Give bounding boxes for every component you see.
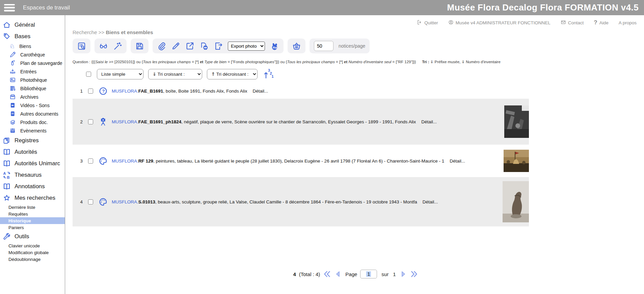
image-icon (9, 77, 16, 83)
svg-text:1: 1 (272, 74, 274, 78)
sidebar-item-carotheque[interactable]: Carothèque (0, 50, 65, 59)
magic-wand-button[interactable] (113, 42, 122, 51)
sidebar-item-thesaurus[interactable]: ABThesaurus (0, 169, 65, 181)
export-photo-select[interactable]: Export photo (228, 42, 265, 51)
sidebar-item-outils[interactable]: Outils (0, 231, 65, 242)
result-thumbnail[interactable] (504, 150, 529, 172)
sidebar-item-clavier-unicode[interactable]: Clavier unicode (0, 242, 65, 249)
star-icon (3, 194, 11, 202)
user-menu[interactable]: Musée v4 ADMINISTRATEUR FONCTIONNEL (448, 20, 551, 26)
sidebar-item-historique[interactable]: Historique (0, 217, 65, 224)
detail-link[interactable]: Détail... (252, 89, 268, 94)
page-input[interactable]: 1 (360, 270, 377, 278)
apropos-button[interactable]: A propos (619, 20, 637, 25)
sidebar-item-produits-doc[interactable]: Produits doc. (0, 118, 65, 126)
first-page-button[interactable] (323, 270, 331, 278)
tag-icon (3, 32, 11, 41)
sidebar-item-label: Plan de sauvegarde (20, 60, 62, 66)
sidebar-item-evenements[interactable]: Evènements (0, 126, 65, 135)
sidebar-item-label: Registres (15, 137, 39, 144)
save-button[interactable] (135, 42, 144, 51)
sidebar: GénéralBases♘BiensCarothèquePlan de sauv… (0, 15, 65, 294)
calendar-icon (9, 127, 16, 134)
basket-button[interactable] (292, 42, 301, 51)
list-mode-select[interactable]: Liste simple (97, 69, 143, 79)
detail-link[interactable]: Détail... (450, 158, 465, 164)
sidebar-item-derniere-liste[interactable]: Dernière liste (0, 204, 65, 211)
sidebar-item-registres[interactable]: Registres (0, 135, 65, 146)
list-controls: Liste simple ⇓ Tri croissant : ⇑ Tri déc… (85, 68, 639, 80)
sidebar-item-bibliotheque[interactable]: Bibliothèque (0, 84, 65, 93)
print-button[interactable] (199, 42, 209, 51)
menu-icon[interactable] (4, 4, 15, 11)
select-all-checkbox[interactable] (86, 72, 91, 77)
sidebar-item-label: Clavier unicode (8, 243, 40, 248)
record-link[interactable]: MUSFLORA. (112, 119, 138, 124)
sidebar-item-label: Entrées (20, 69, 36, 74)
re-button[interactable]: Re (270, 42, 279, 51)
per-page-input[interactable] (314, 41, 333, 51)
save-icon (135, 42, 144, 51)
sidebar-item-annotations[interactable]: Annotations (0, 181, 65, 192)
sidebar-item-archives[interactable]: Archives (0, 93, 65, 101)
basket-icon (292, 42, 301, 51)
detail-link[interactable]: Détail... (423, 199, 438, 204)
svg-text:B: B (7, 175, 10, 179)
workspace-label[interactable]: Espaces de travail (23, 4, 70, 11)
aide-button[interactable]: ? Aide (594, 19, 608, 26)
sidebar-item-plan-de-sauvegarde[interactable]: Plan de sauvegarde (0, 59, 65, 67)
user-icon (448, 20, 454, 26)
export-file-button[interactable] (214, 42, 223, 51)
sur-label: sur (381, 271, 388, 277)
sidebar-item-label: Thesaurus (15, 172, 42, 178)
result-thumbnail[interactable] (503, 181, 529, 222)
sort-ascending-select[interactable]: ⇓ Tri croissant : (148, 69, 202, 79)
sidebar-item-dedoublonnage[interactable]: Dédoublonnage (0, 256, 65, 263)
list-search-button[interactable] (77, 42, 86, 51)
sort-321-button[interactable]: 321 (264, 68, 274, 80)
sidebar-item-bases[interactable]: Bases (0, 31, 65, 42)
breadcrumb: Recherche >> Biens et ensembles (73, 29, 639, 35)
knight-icon: ♘ (9, 43, 15, 49)
result-row: 4 MUSFLORA.S.01013, beaux-arts, sculptur… (73, 177, 529, 226)
row-checkbox[interactable] (88, 158, 93, 164)
glasses-button[interactable] (99, 42, 108, 51)
contact-button[interactable]: Contact (561, 20, 584, 26)
row-checkbox[interactable] (88, 89, 93, 94)
result-count: 4 (293, 271, 296, 277)
sidebar-item-modification-globale[interactable]: Modification globale (0, 249, 65, 256)
record-link[interactable]: MUSFLORA. (112, 199, 138, 204)
previous-page-button[interactable] (334, 270, 342, 278)
sidebar-item-paniers[interactable]: Paniers (0, 224, 65, 231)
result-thumbnail[interactable] (504, 105, 529, 138)
edit-button[interactable] (171, 42, 180, 51)
sidebar-item-label: Autres documents (20, 111, 58, 117)
sidebar-item-label: Général (15, 22, 35, 28)
sidebar-item-autres-documents[interactable]: Autres documents (0, 109, 65, 118)
sidebar-item-biens[interactable]: ♘Biens (0, 42, 65, 50)
result-row: 3 MUSFLORA.RF 129, peintures, tableau, L… (73, 145, 529, 177)
sidebar-item-videos-sons[interactable]: Vidéos - Sons (0, 101, 65, 109)
record-link[interactable]: MUSFLORA. (112, 158, 138, 164)
record-link[interactable]: MUSFLORA. (112, 89, 138, 94)
sidebar-item-phototheque[interactable]: Photothèque (0, 76, 65, 84)
sidebar-item-mes-recherches[interactable]: Mes recherches (0, 192, 65, 204)
open-external-button[interactable] (185, 42, 194, 51)
row-checkbox[interactable] (88, 119, 93, 124)
sidebar-item-label: Autorités (15, 149, 37, 155)
sidebar-item-general[interactable]: Général (0, 19, 65, 31)
inbox-icon (9, 68, 16, 75)
row-checkbox[interactable] (88, 199, 93, 204)
quitter-button[interactable]: Quitter (417, 20, 438, 26)
next-page-button[interactable] (399, 270, 407, 278)
sort-descending-select[interactable]: ⇑ Tri décroissant : (207, 69, 258, 79)
book-icon (3, 182, 11, 191)
detail-link[interactable]: Détail... (421, 119, 437, 124)
sidebar-item-autorites[interactable]: Autorités (0, 146, 65, 158)
attach-button[interactable] (157, 42, 166, 51)
last-page-button[interactable] (410, 270, 418, 278)
sidebar-item-requetes[interactable]: Requêtes (0, 211, 65, 217)
svg-text:?: ? (102, 89, 105, 94)
sidebar-item-entrees[interactable]: Entrées (0, 67, 65, 76)
sidebar-item-autorites-unimarc[interactable]: Autorités Unimarc (0, 158, 65, 169)
